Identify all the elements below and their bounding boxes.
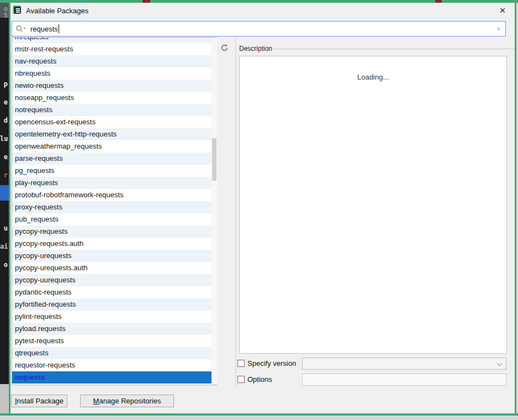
list-item[interactable]: notrequests xyxy=(12,104,216,116)
package-icon xyxy=(13,6,21,14)
list-item[interactable]: nav-requests xyxy=(12,55,216,67)
frame-mark xyxy=(435,0,442,3)
background-window-statusbar xyxy=(0,384,9,413)
manage-repositories-button[interactable]: Manage Repositories xyxy=(80,395,174,407)
list-item[interactable]: play-requests xyxy=(12,177,216,189)
background-text-fragment: r xyxy=(0,171,9,179)
list-item[interactable]: pylint-requests xyxy=(12,311,216,323)
list-item[interactable]: opentelemetry-ext-http-requests xyxy=(12,128,216,140)
background-text-fragment: e xyxy=(0,153,9,161)
list-item[interactable]: qtrequests xyxy=(12,347,216,359)
clear-search-icon[interactable]: × xyxy=(496,24,501,33)
list-item[interactable]: pycopy-urequests xyxy=(12,250,216,262)
version-dropdown[interactable] xyxy=(302,358,506,370)
list-scrollbar-track[interactable] xyxy=(212,38,217,385)
top-frame-bar xyxy=(0,0,518,3)
list-item[interactable]: requestor-requests xyxy=(12,359,216,371)
install-package-button[interactable]: Install Package xyxy=(11,395,67,407)
background-text-fragment: e xyxy=(0,98,9,106)
list-item[interactable]: requests xyxy=(12,371,216,384)
list-item[interactable]: pydantic-requests xyxy=(12,286,216,298)
close-icon[interactable]: × xyxy=(495,4,510,17)
background-text-fragment: ai xyxy=(0,243,9,250)
list-item[interactable]: pycopy-requests xyxy=(12,225,216,238)
panel-splitter[interactable] xyxy=(234,37,237,389)
package-list[interactable]: mrequestsmstr-rest-requestsnav-requestsn… xyxy=(12,37,217,385)
background-text-fragment: S xyxy=(0,12,9,19)
options-checkbox[interactable] xyxy=(237,376,245,383)
list-item[interactable]: pycopy-urequests.auth xyxy=(12,262,216,274)
options-input[interactable] xyxy=(302,374,506,386)
description-panel: Loading... xyxy=(239,56,507,354)
list-item[interactable]: mrequests xyxy=(12,38,216,43)
text-caret xyxy=(59,24,59,33)
dialog-title: Available Packages xyxy=(26,7,88,15)
list-item[interactable]: pub_requests xyxy=(12,213,216,225)
list-item[interactable]: protobuf-robotframework-requests xyxy=(12,189,216,201)
search-icon[interactable] xyxy=(15,25,27,33)
background-text-fragment: o xyxy=(0,261,9,269)
specify-version-checkbox[interactable] xyxy=(237,360,245,367)
list-item[interactable]: noseapp_requests xyxy=(12,92,216,104)
list-item[interactable]: pycopy-uurequests xyxy=(12,274,216,286)
background-window-strip: oSpedlueruaio xyxy=(0,3,9,413)
search-input[interactable]: requests × xyxy=(12,21,506,36)
loading-text: Loading... xyxy=(240,56,506,81)
right-frame-bar xyxy=(515,3,516,413)
background-text-fragment: u xyxy=(0,224,9,232)
background-text-fragment: p xyxy=(0,80,9,88)
list-item[interactable]: nbrequests xyxy=(12,67,216,80)
left-frame-bar xyxy=(9,3,10,413)
screen: oSpedlueruaio Available Packages × reque… xyxy=(0,0,518,420)
background-text-fragment: lu xyxy=(0,135,9,143)
frame-mark xyxy=(142,0,150,3)
list-item[interactable]: newio-requests xyxy=(12,80,216,92)
list-item[interactable]: proxy-requests xyxy=(12,201,216,213)
list-item[interactable]: pycopy-requests.auth xyxy=(12,238,216,250)
dialog-titlebar: Available Packages × xyxy=(10,3,515,19)
available-packages-dialog: Available Packages × requests × mrequest… xyxy=(10,3,515,413)
list-item[interactable]: pytest-requests xyxy=(12,335,216,347)
list-item[interactable]: pg_requests xyxy=(12,165,216,177)
search-query-text: requests xyxy=(30,25,58,33)
list-item[interactable]: openweathermap_requests xyxy=(12,140,216,153)
background-text-fragment: d xyxy=(0,117,9,124)
bottom-frame-bar xyxy=(0,413,518,416)
options-label[interactable]: Options xyxy=(247,375,272,384)
list-item[interactable]: pyload.requests xyxy=(12,323,216,335)
specify-version-label[interactable]: Specify version xyxy=(247,359,296,368)
description-separator xyxy=(273,49,517,49)
reload-repositories-icon[interactable] xyxy=(220,44,229,53)
list-scrollbar-thumb[interactable] xyxy=(212,138,216,181)
list-item[interactable]: mstr-rest-requests xyxy=(12,43,216,55)
list-item[interactable]: parse-requests xyxy=(12,153,216,165)
description-label: Description xyxy=(239,45,272,53)
chevron-down-icon xyxy=(497,361,503,366)
list-item[interactable]: pyfortified-requests xyxy=(12,298,216,311)
list-item[interactable]: opencensus-ext-requests xyxy=(12,116,216,128)
background-text-fragment xyxy=(0,185,9,201)
